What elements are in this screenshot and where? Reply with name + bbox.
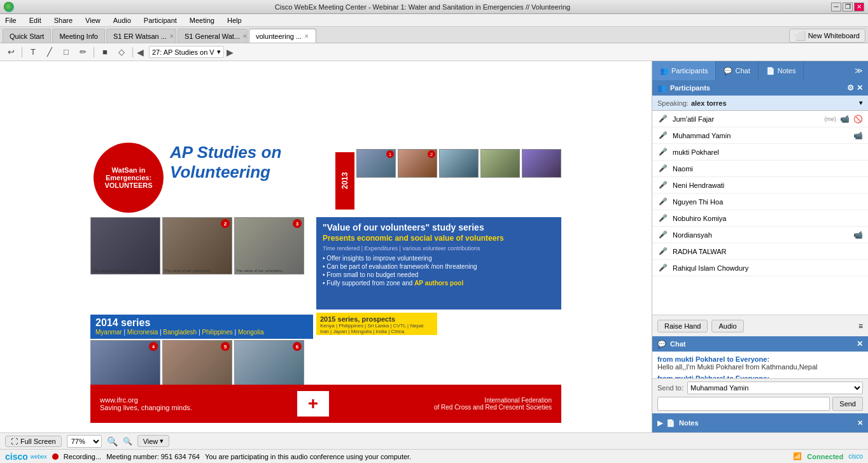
menu-help[interactable]: Help: [225, 15, 244, 25]
tab-close-s1-general[interactable]: ✕: [242, 33, 248, 39]
right-panel: 👥 Participants 💬 Chat 📄 Notes ≫ 👥 Partic…: [652, 61, 868, 432]
main-area: WatSan in Emergencies: VOLUNTEERS AP Stu…: [0, 61, 868, 432]
audio-status-text: You are participating in this audio conf…: [205, 453, 411, 460]
toolbar-separator-2: [94, 47, 94, 57]
more-options-button[interactable]: ≡: [858, 322, 863, 331]
participant-actions: Raise Hand Audio ≡: [652, 315, 868, 336]
participant-item: 🎤 RADHA TALWAR: [652, 243, 868, 260]
slide-indicator: 27: AP Studies on V: [152, 48, 214, 56]
connected-badge: Connected: [807, 453, 843, 460]
tab-close-volunteering[interactable]: ✕: [304, 33, 309, 39]
new-whiteboard-button[interactable]: ⬜ New Whiteboard: [789, 29, 865, 43]
menu-participant[interactable]: Participant: [141, 15, 179, 25]
meeting-number: Meeting number: 951 634 764: [106, 453, 200, 460]
participant-item: 🎤 Nguyen Thi Hoa: [652, 194, 868, 210]
rect-tool[interactable]: □: [59, 45, 73, 59]
restore-button[interactable]: ❐: [843, 3, 853, 11]
panel-tab-participants[interactable]: 👥 Participants: [652, 61, 716, 80]
thumb-3: [439, 149, 479, 178]
series-2014: 2014 series Myanmar | Micronesia | Bangl…: [90, 315, 313, 339]
toolbar: ↩ T ╱ □ ✏ ■ ◇ ◀ 27: AP Studies on V ▾ ▶: [0, 43, 868, 61]
window-title: Cisco WebEx Meeting Center - Webinar 1: …: [14, 3, 831, 11]
chat-input[interactable]: [657, 397, 830, 411]
participant-item: 🎤 Rahiqul Islam Chowdury: [652, 260, 868, 276]
tab-meeting-info[interactable]: Meeting Info: [52, 29, 105, 43]
thumbnail-strip: 1 2: [356, 149, 561, 178]
mic-muted-icon: 🎤: [657, 262, 669, 274]
photo-2: 2 The value of our volunteers: [162, 217, 232, 274]
notes-close[interactable]: ✕: [857, 419, 863, 427]
panel-tab-notes[interactable]: 📄 Notes: [759, 61, 804, 80]
menu-view[interactable]: View: [83, 15, 103, 25]
send-to-select[interactable]: Muhammad Yamin Everyone: [687, 381, 863, 394]
fill-tool[interactable]: ■: [98, 45, 112, 59]
tab-volunteering[interactable]: volunteering ... ✕: [249, 29, 316, 43]
line-tool[interactable]: ╱: [43, 45, 57, 59]
tab-close-s1-er[interactable]: ✕: [169, 33, 174, 39]
close-button[interactable]: ✕: [854, 3, 864, 11]
menu-audio[interactable]: Audio: [111, 15, 134, 25]
photo-3: 3 The value of our volunteers: [234, 217, 304, 274]
chat-messages: from mukti Pokharel to Everyone: Hello a…: [652, 352, 868, 378]
participant-item: 🎤 Muhammad Yamin 📹: [652, 127, 868, 144]
mic-muted-icon: 🎤: [657, 229, 669, 241]
toolbar-separator-3: [132, 47, 133, 57]
title-bar: Cisco WebEx Meeting Center - Webinar 1: …: [0, 0, 868, 14]
toolbar-separator-1: [22, 47, 22, 57]
chat-send-area: Send to: Muhammad Yamin Everyone Send: [652, 378, 868, 413]
cam-icon: 📹: [840, 115, 850, 124]
panel-tab-chat[interactable]: 💬 Chat: [716, 61, 758, 80]
chat-section: 💬 Chat ✕ from mukti Pokharel to Everyone…: [652, 336, 868, 413]
raise-hand-button[interactable]: Raise Hand: [657, 320, 708, 332]
slide-content: WatSan in Emergencies: VOLUNTEERS AP Stu…: [0, 61, 652, 432]
prev-slide-button[interactable]: ◀: [137, 47, 144, 57]
tab-s1-er[interactable]: S1 ER Watsan ... ✕: [106, 29, 176, 43]
undo-button[interactable]: ↩: [4, 45, 18, 59]
mic-muted-icon: 🎤: [657, 196, 669, 208]
mic-muted-icon: 🎤: [657, 163, 669, 175]
cisco-logo: cisco webex: [5, 452, 47, 462]
menu-file[interactable]: File: [3, 15, 19, 25]
audio-button[interactable]: Audio: [711, 320, 743, 332]
text-tool[interactable]: T: [26, 45, 40, 59]
speaking-dropdown[interactable]: ▾: [859, 99, 863, 107]
red-cross-icon: +: [297, 391, 329, 417]
menu-bar: File Edit Share View Audio Participant M…: [0, 14, 868, 27]
notes-header[interactable]: ▶ 📄 Notes ✕: [652, 413, 868, 432]
minimize-button[interactable]: ─: [831, 3, 841, 11]
menu-meeting[interactable]: Meeting: [187, 15, 217, 25]
mic-muted-icon: 🎤: [657, 130, 669, 141]
tab-quick-start[interactable]: Quick Start: [3, 29, 51, 43]
participants-close[interactable]: ✕: [857, 83, 863, 92]
shape-tool[interactable]: ◇: [115, 45, 129, 59]
participant-item: 🎤 Naomi: [652, 160, 868, 177]
zoom-out-button[interactable]: 🔍: [123, 437, 132, 446]
participant-item: 🎤 mukti Pokharel: [652, 144, 868, 160]
zoom-select[interactable]: 77% 50% 100% 125% 150%: [67, 435, 102, 448]
participant-list: 🎤 Jum'atil Fajar (me) 📹 🚫 🎤 Muhammad Yam…: [652, 111, 868, 315]
presentation-area: WatSan in Emergencies: VOLUNTEERS AP Stu…: [0, 61, 652, 432]
series-2015: 2015 series, prospects Kenya | Philippin…: [316, 313, 437, 335]
fullscreen-button[interactable]: ⛶ Full Screen: [5, 436, 62, 447]
tab-s1-general[interactable]: S1 General Wat... ✕: [178, 29, 248, 43]
slide-title: AP Studies on Volunteering: [170, 143, 329, 182]
participants-settings[interactable]: ⚙: [847, 83, 854, 92]
slide-nav: 27: AP Studies on V ▾: [149, 46, 224, 58]
photo-row-1: The value of our volunteers 2 The value …: [90, 217, 304, 274]
menu-share[interactable]: Share: [52, 15, 75, 25]
chat-close[interactable]: ✕: [857, 339, 863, 348]
view-button[interactable]: View ▾: [137, 435, 170, 447]
slide-dropdown-icon[interactable]: ▾: [217, 48, 221, 56]
cam-icon: 📹: [853, 131, 863, 140]
pen-tool[interactable]: ✏: [76, 45, 90, 59]
send-button[interactable]: Send: [832, 397, 863, 411]
thumb-2: 2: [398, 149, 437, 178]
view-dropdown-icon: ▾: [160, 437, 164, 445]
stop-share-icon: 🚫: [853, 115, 863, 124]
zoom-in-button[interactable]: 🔍: [107, 436, 118, 446]
mic-icon: 🎤: [657, 113, 669, 125]
next-slide-button[interactable]: ▶: [227, 47, 234, 57]
panel-expand-button[interactable]: ≫: [850, 66, 868, 75]
menu-edit[interactable]: Edit: [27, 15, 44, 25]
mic-muted-icon: 🎤: [657, 246, 669, 257]
